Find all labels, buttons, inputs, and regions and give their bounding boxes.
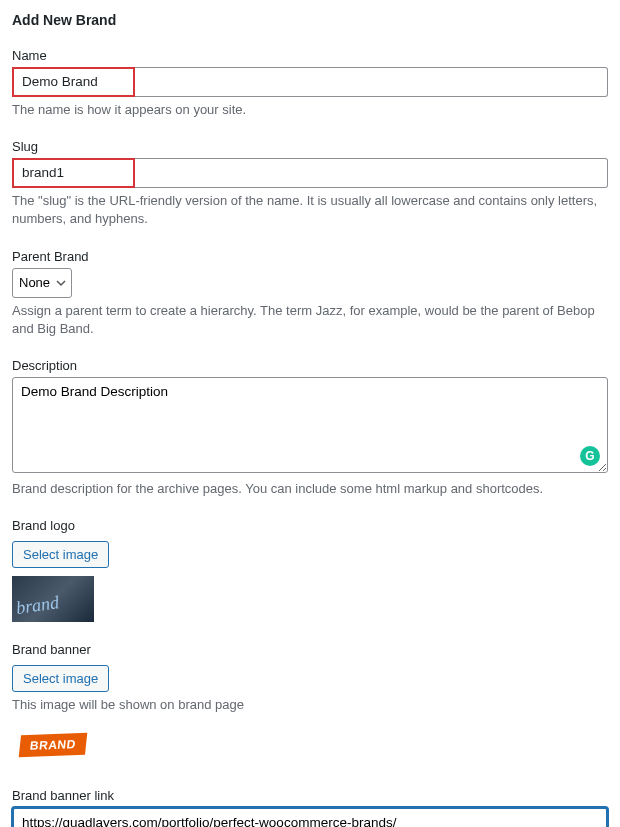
parent-select[interactable]: None xyxy=(12,268,72,298)
parent-label: Parent Brand xyxy=(12,249,608,264)
slug-input-highlighted[interactable]: brand1 xyxy=(12,158,135,188)
brand-banner-field: Brand banner Select image This image wil… xyxy=(12,642,608,768)
description-label: Description xyxy=(12,358,608,373)
name-input-highlighted[interactable]: Demo Brand xyxy=(12,67,135,97)
parent-field: Parent Brand None Assign a parent term t… xyxy=(12,249,608,338)
name-help: The name is how it appears on your site. xyxy=(12,101,608,119)
banner-badge-icon: BRAND xyxy=(19,733,87,757)
brand-logo-label: Brand logo xyxy=(12,518,608,533)
page-title: Add New Brand xyxy=(12,12,608,28)
brand-banner-label: Brand banner xyxy=(12,642,608,657)
brand-banner-thumbnail[interactable]: BRAND xyxy=(12,722,94,768)
brand-banner-select-button[interactable]: Select image xyxy=(12,665,109,692)
brand-logo-thumbnail[interactable] xyxy=(12,576,94,622)
banner-link-field: Brand banner link This link should be re… xyxy=(12,788,608,827)
description-field: Description Demo Brand Description Brand… xyxy=(12,358,608,498)
banner-link-label: Brand banner link xyxy=(12,788,608,803)
brand-logo-select-button[interactable]: Select image xyxy=(12,541,109,568)
brand-logo-field: Brand logo Select image xyxy=(12,518,608,622)
slug-label: Slug xyxy=(12,139,608,154)
banner-link-input[interactable] xyxy=(12,807,608,827)
slug-help: The "slug" is the URL-friendly version o… xyxy=(12,192,608,228)
description-textarea[interactable]: Demo Brand Description xyxy=(12,377,608,473)
grammarly-icon[interactable] xyxy=(580,446,600,466)
name-field: Name Demo Brand The name is how it appea… xyxy=(12,48,608,119)
name-label: Name xyxy=(12,48,608,63)
slug-input[interactable] xyxy=(135,158,609,188)
parent-help: Assign a parent term to create a hierarc… xyxy=(12,302,608,338)
slug-field: Slug brand1 The "slug" is the URL-friend… xyxy=(12,139,608,228)
description-help: Brand description for the archive pages.… xyxy=(12,480,608,498)
name-input[interactable] xyxy=(135,67,609,97)
brand-banner-help: This image will be shown on brand page xyxy=(12,696,608,714)
